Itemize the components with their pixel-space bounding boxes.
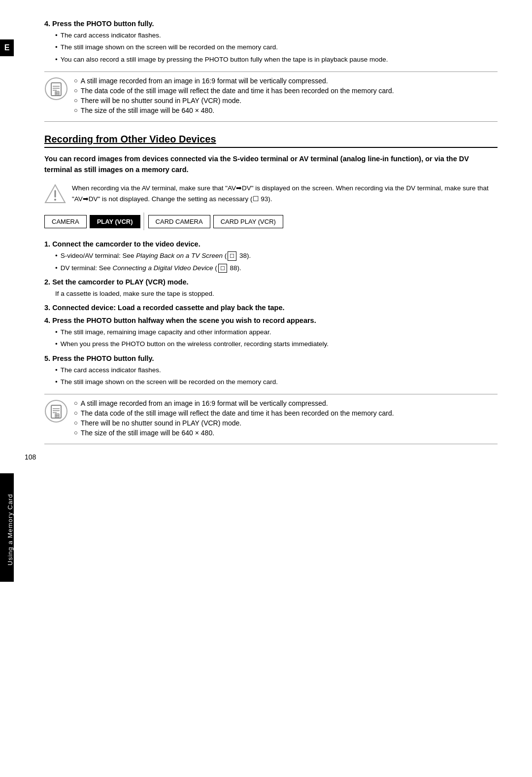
note-content-2: ○ A still image recorded from an image i…	[74, 399, 394, 439]
tab-memory-card: Using a Memory Card	[0, 473, 14, 582]
step5-heading: 5. Press the PHOTO button fully.	[44, 354, 498, 362]
warning-text: When recording via the AV terminal, make…	[72, 183, 498, 204]
bullet-icon: •	[55, 365, 58, 375]
step3-number: 3.	[44, 304, 52, 312]
note-icon-2	[44, 399, 68, 423]
step4b-text: Press the PHOTO button halfway when the …	[52, 317, 316, 324]
bullet-3: • You can also record a still image by p…	[55, 55, 498, 65]
mode-divider	[143, 212, 144, 230]
step5-subs: • The card access indicator flashes. • T…	[55, 365, 498, 388]
step1-number: 1.	[44, 240, 52, 248]
step5-sub2: • The still image shown on the screen wi…	[55, 377, 498, 387]
section2-intro: You can record images from devices conne…	[44, 154, 498, 176]
page: E Using a Memory Card 4. Press the PHOTO…	[0, 0, 532, 476]
circle-icon: ○	[74, 429, 78, 436]
step2-subs: If a cassette is loaded, make sure the t…	[55, 289, 498, 299]
step5-sub1: • The card access indicator flashes.	[55, 365, 498, 375]
mode-play-vcr[interactable]: PLAY (VCR)	[90, 215, 140, 228]
note-item-1: ○ A still image recorded from an image i…	[74, 77, 394, 85]
step2-text: Set the camcorder to PLAY (VCR) mode.	[52, 278, 188, 286]
step1-sub1: • S-video/AV terminal: See Playing Back …	[55, 251, 498, 261]
tab-e: E	[0, 39, 14, 56]
bullet-icon: •	[55, 42, 58, 52]
circle-icon: ○	[74, 77, 78, 84]
warning-icon	[44, 183, 66, 205]
mode-card-play-vcr[interactable]: CARD PLAY (VCR)	[213, 215, 283, 228]
note-box-1: ○ A still image recorded from an image i…	[44, 71, 498, 122]
step5-number: 5.	[44, 354, 52, 362]
note-item-4: ○ The size of the still image will be 64…	[74, 106, 394, 114]
note2-item-3: ○ There will be no shutter sound in PLAY…	[74, 419, 394, 427]
note-icon-1	[44, 77, 68, 101]
circle-icon: ○	[74, 409, 78, 417]
note-box-2: ○ A still image recorded from an image i…	[44, 394, 498, 444]
bullet-icon: •	[55, 55, 58, 65]
step5-text: Press the PHOTO button fully.	[52, 354, 154, 362]
step2-number: 2.	[44, 278, 52, 286]
pencil-icon-2	[44, 399, 68, 423]
step3-heading: 3. Connected device: Load a recorded cas…	[44, 304, 498, 312]
note2-item-2: ○ The data code of the still image will …	[74, 409, 394, 417]
bullet-icon: •	[55, 339, 58, 349]
mode-buttons: CAMERA PLAY (VCR) CARD CAMERA CARD PLAY …	[44, 212, 498, 230]
step4-heading: 4. Press the PHOTO button fully.	[44, 20, 498, 28]
caution-icon	[44, 183, 66, 205]
step3-text: Connected device: Load a recorded casset…	[52, 304, 284, 312]
step1-heading: 1. Connect the camcorder to the video de…	[44, 240, 498, 248]
step1-subs: • S-video/AV terminal: See Playing Back …	[55, 251, 498, 273]
svg-point-10	[54, 199, 56, 201]
pencil-icon	[44, 77, 68, 101]
step1-text: Connect the camcorder to the video devic…	[52, 240, 200, 248]
svg-point-11	[45, 400, 67, 422]
step4b-sub2: • When you press the PHOTO button on the…	[55, 339, 498, 349]
circle-icon: ○	[74, 97, 78, 104]
note2-item-4: ○ The size of the still image will be 64…	[74, 429, 394, 437]
step1-sub2: • DV terminal: See Connecting a Digital …	[55, 263, 498, 273]
note-item-2: ○ The data code of the still image will …	[74, 87, 394, 95]
step4-bullets: • The card access indicator flashes. • T…	[55, 31, 498, 65]
warning-box: When recording via the AV terminal, make…	[44, 183, 498, 205]
step2-heading: 2. Set the camcorder to PLAY (VCR) mode.	[44, 278, 498, 286]
step4b-sub1: • The still image, remaining image capac…	[55, 327, 498, 337]
section2-title: Recording from Other Video Devices	[44, 134, 498, 148]
circle-icon: ○	[74, 399, 78, 407]
bullet-icon: •	[55, 251, 58, 261]
step4b-number: 4.	[44, 317, 52, 324]
note-content-1: ○ A still image recorded from an image i…	[74, 77, 394, 116]
mode-camera[interactable]: CAMERA	[44, 215, 87, 228]
bullet-icon: •	[55, 327, 58, 337]
circle-icon: ○	[74, 87, 78, 94]
section2-steps: 1. Connect the camcorder to the video de…	[44, 240, 498, 387]
mode-card-camera[interactable]: CARD CAMERA	[148, 215, 210, 228]
section1-steps: 4. Press the PHOTO button fully. • The c…	[44, 20, 498, 65]
bullet-2: • The still image shown on the screen wi…	[55, 42, 498, 52]
step2-sub1: If a cassette is loaded, make sure the t…	[55, 289, 498, 299]
page-number: 108	[25, 453, 36, 461]
circle-icon: ○	[74, 419, 78, 426]
bullet-1: • The card access indicator flashes.	[55, 31, 498, 40]
note-item-3: ○ There will be no shutter sound in PLAY…	[74, 97, 394, 105]
bullet-icon: •	[55, 263, 58, 273]
step4b-subs: • The still image, remaining image capac…	[55, 327, 498, 350]
bullet-icon: •	[55, 377, 58, 387]
bullet-icon: •	[55, 31, 58, 40]
note2-item-1: ○ A still image recorded from an image i…	[74, 399, 394, 407]
step4b-heading: 4. Press the PHOTO button halfway when t…	[44, 317, 498, 324]
svg-point-0	[45, 78, 67, 100]
circle-icon: ○	[74, 106, 78, 114]
